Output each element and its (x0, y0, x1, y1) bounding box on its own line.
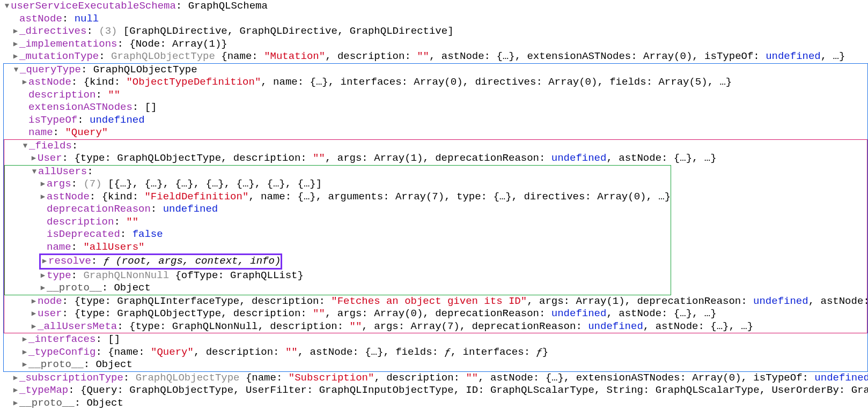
highlight-queryType: _queryType: GraphQLObjectType astNode: {… (3, 63, 868, 372)
highlight-allUsers: allUsers: args: (7) [{…}, {…}, {…}, {…},… (4, 165, 671, 295)
prop-allUsers-description[interactable]: description: "" (5, 216, 671, 229)
caret-right-icon[interactable] (39, 282, 47, 295)
prop-queryType-interfaces[interactable]: _interfaces: [] (4, 333, 867, 346)
prop-queryType-description[interactable]: description: "" (4, 89, 867, 102)
prop-allUsers-proto[interactable]: __proto__: Object (5, 282, 671, 295)
prop-allUsers-name[interactable]: name: "allUsers" (5, 241, 671, 254)
prop-allUsers-args[interactable]: args: (7) [{…}, {…}, {…}, {…}, {…}, {…},… (5, 178, 671, 191)
prop-queryType-typeConfig[interactable]: _typeConfig: {name: "Query", description… (4, 346, 867, 359)
root-row[interactable]: userServiceExecutableSchema: GraphQLSche… (3, 0, 868, 13)
caret-right-icon[interactable] (39, 191, 47, 204)
caret-right-icon[interactable] (12, 372, 19, 385)
caret-right-icon[interactable] (30, 152, 38, 165)
prop-name: userServiceExecutableSchema (11, 0, 176, 12)
caret-right-icon[interactable] (21, 346, 28, 359)
prop-queryType-astNode[interactable]: astNode: {kind: "ObjectTypeDefinition", … (4, 76, 867, 89)
prop-field-user[interactable]: user: {type: GraphQLObjectType, descript… (4, 308, 867, 320)
caret-right-icon[interactable] (21, 76, 28, 89)
prop-field-allUsers[interactable]: allUsers: (5, 166, 671, 178)
prop-queryType-name[interactable]: name: "Query" (4, 126, 867, 139)
prop-allUsers-astNode[interactable]: astNode: {kind: "FieldDefinition", name:… (5, 191, 671, 204)
caret-right-icon[interactable] (12, 384, 19, 397)
prop-implementations[interactable]: _implementations: {Node: Array(1)} (3, 38, 868, 51)
prop-fields[interactable]: _fields: (4, 140, 867, 153)
prop-allUsers-resolve[interactable]: resolve: ƒ (root, args, context, info) (41, 255, 281, 267)
prop-allUsers-isDeprecated[interactable]: isDeprecated: false (5, 228, 671, 241)
prop-directives[interactable]: _directives: (3) [GraphQLDirective, Grap… (3, 25, 868, 38)
caret-down-icon[interactable] (31, 166, 38, 178)
prop-queryType-isTypeOf[interactable]: isTypeOf: undefined (4, 114, 867, 127)
prop-queryType-proto[interactable]: __proto__: Object (4, 359, 867, 371)
caret-right-icon[interactable] (39, 178, 47, 191)
caret-right-icon[interactable] (21, 333, 28, 346)
caret-right-icon[interactable] (30, 295, 38, 308)
prop-subscriptionType[interactable]: _subscriptionType: GraphQLObjectType {na… (3, 372, 868, 385)
prop-field-User[interactable]: User: {type: GraphQLObjectType, descript… (4, 152, 867, 165)
prop-mutationType[interactable]: _mutationType: GraphQLObjectType {name: … (3, 50, 868, 63)
caret-right-icon[interactable] (21, 359, 28, 371)
prop-field-allUsersMeta[interactable]: _allUsersMeta: {type: GraphQLNonNull, de… (4, 320, 867, 333)
caret-right-icon[interactable] (41, 255, 48, 268)
prop-queryType-extensionASTNodes[interactable]: extensionASTNodes: [] (4, 101, 867, 114)
prop-queryType[interactable]: _queryType: GraphQLObjectType (4, 64, 867, 77)
caret-right-icon[interactable] (30, 308, 38, 320)
prop-astNode[interactable]: astNode: null (3, 13, 868, 26)
highlight-fields: _fields: User: {type: GraphQLObjectType,… (4, 139, 867, 334)
caret-right-icon[interactable] (12, 38, 19, 51)
caret-right-icon[interactable] (12, 50, 19, 63)
caret-down-icon[interactable] (21, 140, 29, 153)
caret-down-icon[interactable] (3, 0, 11, 13)
caret-down-icon[interactable] (12, 64, 20, 77)
prop-typeMap[interactable]: _typeMap: {Query: GraphQLObjectType, Use… (3, 384, 868, 397)
caret-right-icon[interactable] (12, 25, 19, 38)
caret-right-icon[interactable] (39, 270, 47, 282)
caret-right-icon[interactable] (12, 397, 19, 410)
prop-allUsers-type[interactable]: type: GraphQLNonNull {ofType: GraphQLLis… (5, 270, 671, 282)
prop-allUsers-deprecationReason[interactable]: deprecationReason: undefined (5, 203, 671, 216)
prop-root-proto[interactable]: __proto__: Object (3, 397, 868, 410)
highlight-resolve: resolve: ƒ (root, args, context, info) (39, 253, 282, 270)
root-type: GraphQLSchema (188, 0, 268, 12)
prop-field-node[interactable]: node: {type: GraphQLInterfaceType, descr… (4, 295, 867, 308)
caret-right-icon[interactable] (30, 320, 38, 333)
